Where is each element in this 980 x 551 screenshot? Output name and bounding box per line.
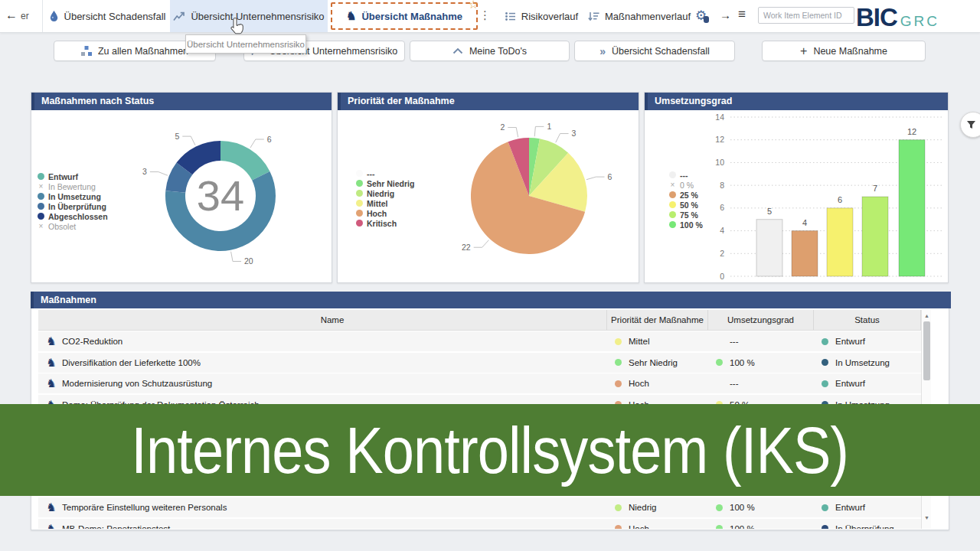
tab--bersicht-ma-nahme[interactable]: ♞Übersicht Maßnahme☆ bbox=[331, 2, 478, 30]
svg-text:3: 3 bbox=[572, 129, 577, 138]
cell-priority: Hoch bbox=[615, 519, 708, 530]
cell-name: Modernisierung von Schutzausrüstung bbox=[62, 373, 607, 393]
tab--bersicht-schadensfall[interactable]: Übersicht Schadensfall bbox=[46, 0, 168, 32]
favorite-star-icon[interactable]: ☆ bbox=[469, 0, 479, 11]
cell-name: CO2-Reduktion bbox=[62, 331, 607, 351]
legend-item[interactable]: Sehr Niedrig bbox=[356, 178, 414, 188]
svg-text:5: 5 bbox=[767, 207, 772, 216]
status-dot bbox=[615, 380, 622, 387]
filter-fab-button[interactable] bbox=[960, 112, 980, 138]
legend-item[interactable]: --- bbox=[669, 170, 703, 180]
status-dot bbox=[615, 338, 622, 345]
overflow-dots-icon[interactable]: ⋮ bbox=[479, 8, 491, 22]
legend-item[interactable]: Entwurf bbox=[38, 171, 108, 181]
cell-status: Entwurf bbox=[822, 497, 921, 517]
cell-status: Entwurf bbox=[822, 373, 921, 393]
bic-grc-logo: BIC GRC bbox=[856, 3, 939, 32]
sort-descending-icon bbox=[588, 11, 599, 21]
column-header-status[interactable]: Status bbox=[814, 310, 921, 330]
legend-item[interactable]: Kritisch bbox=[356, 218, 414, 228]
legend-item[interactable]: 25 % bbox=[669, 190, 703, 200]
table-panel-header: Maßnahmen bbox=[31, 292, 951, 308]
legend-label: Sehr Niedrig bbox=[367, 179, 414, 188]
cell-status: In Überprüfung bbox=[822, 519, 921, 530]
legend-item[interactable]: ×In Bewertung bbox=[38, 181, 108, 191]
panel-prioritaet-der-massnahme: Priorität der Maßnahme 136222---Sehr Nie… bbox=[337, 92, 639, 283]
forward-arrow-icon[interactable]: → bbox=[720, 8, 731, 21]
top-navigation-bar: ← er Übersicht SchadensfallÜbersicht Unt… bbox=[0, 0, 980, 33]
svg-text:1: 1 bbox=[547, 122, 551, 131]
tab-ma-nahmenverlauf[interactable]: Maßnahmenverlauf bbox=[590, 0, 689, 32]
button-meine-todo-s[interactable]: Meine ToDo's bbox=[410, 41, 570, 61]
svg-text:6: 6 bbox=[720, 203, 724, 212]
legend-item[interactable]: ×Obsolet bbox=[38, 221, 108, 231]
knight-icon: ♞ bbox=[44, 331, 58, 351]
legend-label: Abgeschlossen bbox=[48, 212, 108, 221]
button-label: Zu allen Maßnahmen bbox=[98, 46, 188, 57]
timeline-list-icon bbox=[505, 11, 516, 21]
legend-dot bbox=[669, 201, 676, 208]
button-neue-ma-nahme[interactable]: +Neue Maßnahme bbox=[762, 41, 926, 61]
divider bbox=[42, 0, 43, 32]
legend-item[interactable]: In Umsetzung bbox=[38, 191, 108, 201]
cell-label: Sehr Niedrig bbox=[629, 358, 678, 367]
column-header-priorit-t-der-ma-nahme[interactable]: Priorität der Maßnahme bbox=[607, 310, 708, 330]
scroll-up-icon[interactable]: ▲ bbox=[922, 313, 931, 318]
legend-item[interactable]: Mittel bbox=[356, 198, 414, 208]
excluded-x-icon: × bbox=[669, 181, 676, 189]
status-dot bbox=[716, 525, 723, 529]
legend-dot bbox=[356, 170, 363, 177]
tab--bersicht-unternehmensrisiko[interactable]: Übersicht Unternehmensrisiko bbox=[170, 0, 328, 32]
button-label: Übersicht Schadensfall bbox=[612, 46, 710, 57]
legend-label: Mittel bbox=[367, 199, 387, 208]
table-row[interactable]: ♞Diversifikation der Lieferkette 100%Seh… bbox=[38, 353, 921, 373]
legend-label: 50 % bbox=[680, 201, 698, 210]
status-dot bbox=[822, 338, 828, 345]
column-header-umsetzungsgrad[interactable]: Umsetzungsgrad bbox=[708, 310, 814, 330]
settings-gear-icon[interactable]: ⚙ bbox=[695, 8, 707, 24]
legend-item[interactable]: Hoch bbox=[356, 208, 414, 218]
legend-item[interactable]: --- bbox=[356, 168, 414, 178]
button-label: Neue Maßnahme bbox=[813, 46, 887, 57]
legend-item[interactable]: Niedrig bbox=[356, 188, 414, 198]
table-row[interactable]: ♞MB-Demo: PenetrationstestHoch100 %In Üb… bbox=[38, 519, 921, 530]
scroll-down-icon[interactable]: ▼ bbox=[922, 515, 931, 520]
legend-item[interactable]: 100 % bbox=[669, 220, 703, 230]
tab-label: Maßnahmenverlauf bbox=[605, 11, 691, 22]
legend-item[interactable]: Abgeschlossen bbox=[38, 211, 108, 221]
tab-risikoverlauf[interactable]: Risikoverlauf bbox=[494, 0, 589, 32]
svg-text:7: 7 bbox=[873, 184, 877, 193]
status-dot bbox=[822, 380, 828, 387]
button--bersicht-schadensfall[interactable]: »Übersicht Schadensfall bbox=[574, 41, 735, 61]
legend-item[interactable]: ×0 % bbox=[669, 180, 703, 190]
knight-icon: ♞ bbox=[44, 373, 58, 393]
excluded-x-icon: × bbox=[38, 222, 44, 230]
legend-item[interactable]: 50 % bbox=[669, 200, 703, 210]
cell-label: Entwurf bbox=[835, 379, 865, 388]
knight-icon: ♞ bbox=[44, 353, 58, 373]
table-row[interactable]: ♞Modernisierung von SchutzausrüstungHoch… bbox=[38, 373, 921, 393]
knight-icon: ♞ bbox=[44, 497, 58, 517]
chevron-up-icon bbox=[452, 47, 463, 54]
cell-umsetzungsgrad: 100 % bbox=[716, 497, 814, 517]
status-dot bbox=[716, 359, 723, 366]
legend-item[interactable]: In Überprüfung bbox=[38, 201, 108, 211]
truncated-label: er bbox=[21, 11, 29, 21]
work-item-search-input[interactable] bbox=[758, 7, 854, 24]
column-header-name[interactable]: Name bbox=[58, 310, 607, 330]
table-row[interactable]: ♞Temporäre Einstellung weiteren Personal… bbox=[38, 497, 921, 517]
cell-priority: Sehr Niedrig bbox=[615, 353, 708, 373]
scrollbar-thumb[interactable] bbox=[923, 321, 930, 380]
tab-label: Risikoverlauf bbox=[521, 11, 578, 22]
svg-text:14: 14 bbox=[715, 112, 724, 122]
legend-dot bbox=[669, 221, 676, 228]
cell-umsetzungsgrad: --- bbox=[716, 331, 814, 351]
table-row[interactable]: ♞CO2-ReduktionMittel---Entwurf bbox=[38, 331, 921, 351]
legend-item[interactable]: 75 % bbox=[669, 210, 703, 220]
hamburger-menu-icon[interactable]: ≡ bbox=[738, 7, 746, 22]
legend-dot bbox=[356, 180, 363, 187]
back-arrow-icon[interactable]: ← bbox=[5, 8, 18, 22]
legend-dot bbox=[38, 203, 44, 210]
legend-dot bbox=[669, 171, 676, 178]
svg-text:12: 12 bbox=[907, 127, 916, 136]
